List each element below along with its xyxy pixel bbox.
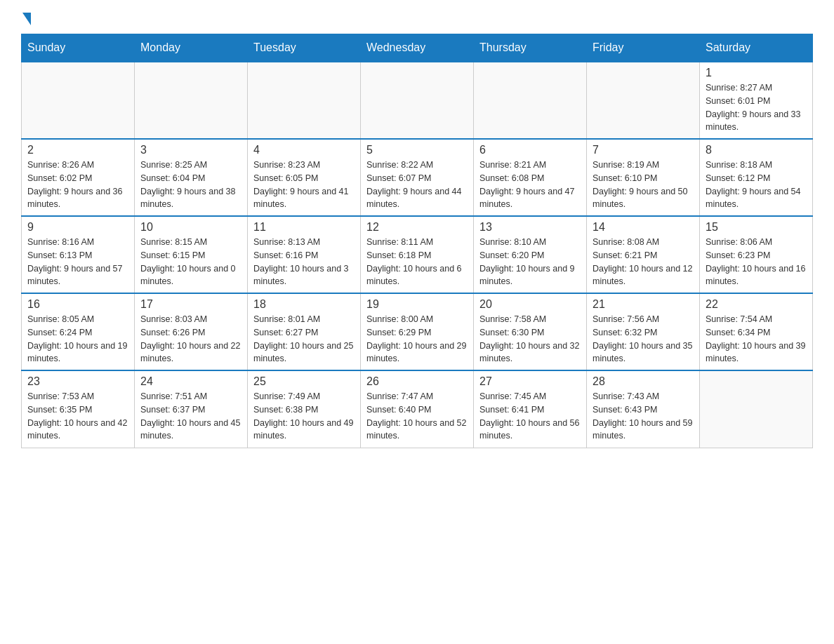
day-info: Sunrise: 8:18 AM xyxy=(706,159,807,172)
calendar-cell xyxy=(22,62,135,139)
day-info: Sunrise: 8:06 AM xyxy=(706,236,807,249)
calendar-cell: 26Sunrise: 7:47 AMSunset: 6:40 PMDayligh… xyxy=(361,370,474,448)
calendar-cell: 18Sunrise: 8:01 AMSunset: 6:27 PMDayligh… xyxy=(248,293,361,370)
day-number: 9 xyxy=(27,221,128,234)
day-info: Sunrise: 8:11 AM xyxy=(366,236,468,249)
day-number: 25 xyxy=(253,375,355,388)
day-header-wednesday: Wednesday xyxy=(361,34,474,62)
logo-text xyxy=(21,14,31,27)
day-info: Sunrise: 7:43 AM xyxy=(593,390,694,403)
calendar-cell: 6Sunrise: 8:21 AMSunset: 6:08 PMDaylight… xyxy=(474,139,587,216)
logo-arrow-icon xyxy=(22,13,31,25)
day-info: Daylight: 9 hours and 57 minutes. xyxy=(27,262,128,289)
day-number: 21 xyxy=(593,298,694,311)
day-info: Daylight: 10 hours and 29 minutes. xyxy=(366,340,468,366)
calendar-week-3: 9Sunrise: 8:16 AMSunset: 6:13 PMDaylight… xyxy=(22,216,813,293)
day-number: 4 xyxy=(253,144,355,156)
calendar-cell: 25Sunrise: 7:49 AMSunset: 6:38 PMDayligh… xyxy=(248,370,361,448)
day-info: Sunset: 6:30 PM xyxy=(479,326,581,340)
day-number: 16 xyxy=(27,298,128,311)
day-info: Sunrise: 7:58 AM xyxy=(479,313,581,326)
day-header-friday: Friday xyxy=(587,34,700,62)
calendar-cell: 23Sunrise: 7:53 AMSunset: 6:35 PMDayligh… xyxy=(22,370,135,448)
day-header-monday: Monday xyxy=(135,34,248,62)
day-info: Sunrise: 8:03 AM xyxy=(140,313,241,326)
day-number: 11 xyxy=(253,221,355,234)
calendar-cell: 9Sunrise: 8:16 AMSunset: 6:13 PMDaylight… xyxy=(22,216,135,293)
calendar-cell: 16Sunrise: 8:05 AMSunset: 6:24 PMDayligh… xyxy=(22,293,135,370)
day-info: Sunset: 6:13 PM xyxy=(27,249,128,262)
day-info: Sunrise: 8:27 AM xyxy=(706,81,807,95)
day-number: 15 xyxy=(706,221,807,234)
calendar-week-5: 23Sunrise: 7:53 AMSunset: 6:35 PMDayligh… xyxy=(22,370,813,448)
day-info: Daylight: 10 hours and 9 minutes. xyxy=(479,262,581,289)
day-info: Sunset: 6:35 PM xyxy=(27,403,128,417)
calendar-cell: 14Sunrise: 8:08 AMSunset: 6:21 PMDayligh… xyxy=(587,216,700,293)
day-info: Sunrise: 8:00 AM xyxy=(366,313,468,326)
day-info: Sunset: 6:20 PM xyxy=(479,249,581,262)
day-info: Sunrise: 8:05 AM xyxy=(27,313,128,326)
day-info: Daylight: 10 hours and 16 minutes. xyxy=(706,262,807,289)
calendar-cell xyxy=(700,370,813,448)
day-info: Sunset: 6:04 PM xyxy=(140,172,241,185)
calendar-cell: 1Sunrise: 8:27 AMSunset: 6:01 PMDaylight… xyxy=(700,62,813,139)
day-info: Sunset: 6:26 PM xyxy=(140,326,241,340)
calendar-cell: 20Sunrise: 7:58 AMSunset: 6:30 PMDayligh… xyxy=(474,293,587,370)
calendar-cell xyxy=(135,62,248,139)
calendar-cell: 19Sunrise: 8:00 AMSunset: 6:29 PMDayligh… xyxy=(361,293,474,370)
day-header-tuesday: Tuesday xyxy=(248,34,361,62)
calendar-cell: 10Sunrise: 8:15 AMSunset: 6:15 PMDayligh… xyxy=(135,216,248,293)
day-info: Sunset: 6:08 PM xyxy=(479,172,581,185)
day-number: 26 xyxy=(366,375,468,388)
calendar-cell: 13Sunrise: 8:10 AMSunset: 6:20 PMDayligh… xyxy=(474,216,587,293)
day-info: Sunrise: 8:21 AM xyxy=(479,159,581,172)
day-number: 17 xyxy=(140,298,241,311)
day-info: Sunset: 6:41 PM xyxy=(479,403,581,417)
day-info: Sunset: 6:38 PM xyxy=(253,403,355,417)
day-info: Daylight: 10 hours and 59 minutes. xyxy=(593,417,694,443)
day-info: Daylight: 10 hours and 49 minutes. xyxy=(253,417,355,443)
day-header-thursday: Thursday xyxy=(474,34,587,62)
day-number: 1 xyxy=(706,67,807,79)
calendar-cell: 8Sunrise: 8:18 AMSunset: 6:12 PMDaylight… xyxy=(700,139,813,216)
calendar-cell: 24Sunrise: 7:51 AMSunset: 6:37 PMDayligh… xyxy=(135,370,248,448)
day-info: Daylight: 10 hours and 45 minutes. xyxy=(140,417,241,443)
calendar-cell: 3Sunrise: 8:25 AMSunset: 6:04 PMDaylight… xyxy=(135,139,248,216)
day-info: Sunrise: 8:26 AM xyxy=(27,159,128,172)
day-info: Sunset: 6:29 PM xyxy=(366,326,468,340)
day-number: 20 xyxy=(479,298,581,311)
day-info: Daylight: 10 hours and 12 minutes. xyxy=(593,262,694,289)
calendar-cell: 4Sunrise: 8:23 AMSunset: 6:05 PMDaylight… xyxy=(248,139,361,216)
day-info: Sunrise: 8:23 AM xyxy=(253,159,355,172)
day-info: Sunset: 6:12 PM xyxy=(706,172,807,185)
day-info: Daylight: 9 hours and 41 minutes. xyxy=(253,185,355,212)
day-number: 28 xyxy=(593,375,694,388)
day-info: Sunset: 6:34 PM xyxy=(706,326,807,340)
day-info: Sunset: 6:32 PM xyxy=(593,326,694,340)
calendar-cell: 7Sunrise: 8:19 AMSunset: 6:10 PMDaylight… xyxy=(587,139,700,216)
day-number: 13 xyxy=(479,221,581,234)
day-info: Daylight: 9 hours and 44 minutes. xyxy=(366,185,468,212)
day-info: Sunset: 6:23 PM xyxy=(706,249,807,262)
day-info: Sunrise: 8:15 AM xyxy=(140,236,241,249)
day-info: Sunrise: 8:25 AM xyxy=(140,159,241,172)
day-number: 5 xyxy=(366,144,468,156)
calendar-cell: 11Sunrise: 8:13 AMSunset: 6:16 PMDayligh… xyxy=(248,216,361,293)
day-info: Daylight: 10 hours and 0 minutes. xyxy=(140,262,241,289)
day-number: 24 xyxy=(140,375,241,388)
day-info: Daylight: 10 hours and 56 minutes. xyxy=(479,417,581,443)
day-number: 12 xyxy=(366,221,468,234)
day-info: Sunset: 6:21 PM xyxy=(593,249,694,262)
day-number: 22 xyxy=(706,298,807,311)
calendar-cell: 22Sunrise: 7:54 AMSunset: 6:34 PMDayligh… xyxy=(700,293,813,370)
calendar-cell: 27Sunrise: 7:45 AMSunset: 6:41 PMDayligh… xyxy=(474,370,587,448)
day-info: Sunset: 6:15 PM xyxy=(140,249,241,262)
day-info: Daylight: 10 hours and 22 minutes. xyxy=(140,340,241,366)
day-info: Daylight: 9 hours and 54 minutes. xyxy=(706,185,807,212)
day-number: 27 xyxy=(479,375,581,388)
day-number: 6 xyxy=(479,144,581,156)
day-number: 10 xyxy=(140,221,241,234)
day-info: Sunset: 6:02 PM xyxy=(27,172,128,185)
day-info: Sunrise: 7:49 AM xyxy=(253,390,355,403)
day-info: Daylight: 10 hours and 32 minutes. xyxy=(479,340,581,366)
